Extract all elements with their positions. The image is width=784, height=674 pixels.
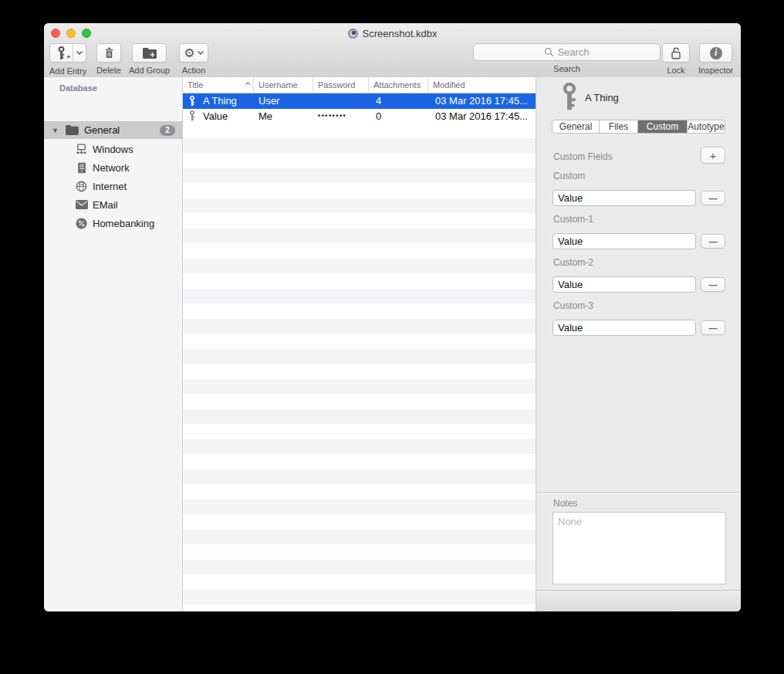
add-entry-label: Add Entry	[49, 66, 86, 76]
cell-attachments: 0	[369, 110, 428, 122]
tab-autotype[interactable]: Autotype	[688, 120, 725, 133]
entry-list: Title ^ Username Password Attachments Mo…	[183, 77, 536, 611]
list-stripes	[183, 138, 536, 611]
window-chrome: Screenshot.kdbx + Add Entry	[44, 23, 741, 78]
add-group-button[interactable]	[132, 43, 167, 63]
windows-icon	[75, 144, 88, 154]
sidebar-item-windows[interactable]: Windows	[44, 140, 182, 158]
custom-field-input[interactable]	[553, 190, 696, 206]
add-custom-field-button[interactable]: +	[701, 147, 725, 164]
homebanking-icon	[75, 218, 88, 229]
lock-label: Lock	[662, 66, 690, 75]
add-entry-button[interactable]: +	[50, 44, 73, 62]
email-icon	[75, 200, 88, 209]
key-icon	[188, 96, 196, 107]
notes-textarea[interactable]	[553, 512, 726, 584]
lock-open-icon	[671, 47, 681, 59]
lock-button[interactable]	[662, 43, 690, 63]
custom-fields-label: Custom Fields	[553, 151, 613, 162]
column-header-modified[interactable]: Modified	[428, 77, 536, 93]
entry-rows: A Thing User 4 03 Mar 2016 17:45... Valu…	[183, 93, 536, 124]
remove-field-button[interactable]: —	[701, 277, 725, 292]
sidebar-item-label: EMail	[93, 199, 118, 211]
custom-field-input[interactable]	[553, 233, 696, 249]
add-entry-dropdown[interactable]	[73, 44, 86, 62]
window-title-text: Screenshot.kdbx	[363, 28, 438, 39]
chevron-down-icon	[76, 51, 83, 55]
inspector-footer	[536, 590, 741, 611]
divider	[536, 492, 741, 493]
sidebar-item-internet[interactable]: Internet	[44, 177, 182, 195]
search-label: Search	[473, 64, 661, 73]
key-icon	[559, 83, 580, 111]
cell-title: A Thing	[203, 95, 237, 107]
folder-plus-icon	[143, 48, 157, 59]
disclosure-triangle-icon[interactable]: ▼	[52, 127, 58, 134]
search-group: Search Search	[473, 43, 661, 73]
search-icon	[544, 47, 554, 57]
field-label: Custom	[553, 171, 585, 181]
cell-title: Value	[203, 110, 228, 122]
delete-button[interactable]	[96, 43, 121, 63]
delete-group: Delete	[96, 43, 121, 75]
table-row[interactable]: A Thing User 4 03 Mar 2016 17:45...	[183, 93, 536, 109]
window-title: Screenshot.kdbx	[44, 27, 741, 40]
search-placeholder: Search	[557, 46, 589, 58]
column-header-username[interactable]: Username	[254, 77, 313, 93]
inspector-group: i Inspector	[698, 43, 733, 75]
remove-field-button[interactable]: —	[701, 320, 725, 335]
internet-icon	[75, 181, 88, 192]
list-header: Title ^ Username Password Attachments Mo…	[183, 77, 536, 93]
sidebar-item-network[interactable]: Network	[44, 158, 182, 177]
custom-field-input[interactable]	[553, 320, 696, 336]
field-label: Custom-2	[553, 257, 593, 268]
app-window: Screenshot.kdbx + Add Entry	[44, 23, 741, 611]
sidebar-item-label: Windows	[93, 144, 133, 155]
table-row[interactable]: Value Me •••••••• 0 03 Mar 2016 17:45...	[183, 109, 536, 124]
cell-modified: 03 Mar 2016 17:45...	[428, 95, 536, 107]
sidebar-item-homebanking[interactable]: Homebanking	[44, 214, 182, 232]
key-icon	[188, 110, 196, 121]
sidebar: Database ▼ General 2	[44, 77, 183, 611]
column-header-password[interactable]: Password	[313, 77, 369, 93]
remove-field-button[interactable]: —	[701, 234, 725, 249]
delete-label: Delete	[96, 66, 121, 75]
action-button[interactable]: ⚙	[179, 43, 208, 63]
tab-general[interactable]: General	[553, 120, 600, 133]
tab-custom[interactable]: Custom	[638, 120, 688, 133]
trash-icon	[103, 47, 115, 59]
sidebar-item-label: Network	[93, 162, 130, 174]
notes-label: Notes	[553, 498, 577, 509]
sidebar-group-general[interactable]: ▼ General 2	[44, 121, 182, 139]
lock-group: Lock	[662, 43, 690, 75]
sidebar-group-label: General	[84, 124, 120, 136]
field-label: Custom-1	[553, 214, 593, 225]
column-header-attachments[interactable]: Attachments	[369, 77, 428, 93]
search-input[interactable]: Search	[473, 43, 661, 61]
cell-username: User	[254, 95, 313, 107]
custom-field-input[interactable]	[553, 276, 696, 293]
document-icon	[348, 29, 358, 39]
inspector-tabs: General Files Custom Autotype	[552, 120, 725, 134]
action-label: Action	[179, 66, 208, 75]
cell-attachments: 4	[369, 95, 428, 107]
column-header-title[interactable]: Title ^	[183, 77, 254, 93]
tab-files[interactable]: Files	[600, 120, 638, 133]
cell-username: Me	[254, 110, 313, 122]
chevron-down-icon	[198, 51, 204, 55]
add-group-label: Add Group	[129, 66, 170, 75]
inspector-label: Inspector	[698, 66, 733, 75]
action-group: ⚙ Action	[179, 43, 208, 75]
remove-field-button[interactable]: —	[701, 191, 725, 205]
inspector-button[interactable]: i	[699, 43, 732, 63]
add-group-group: Add Group	[129, 43, 170, 75]
sidebar-item-label: Internet	[93, 181, 127, 192]
sidebar-item-label: Homebanking	[93, 218, 154, 229]
inspector-entry-title: A Thing	[585, 92, 619, 103]
sort-ascending-icon: ^	[245, 81, 250, 89]
main-content: Database ▼ General 2	[44, 77, 741, 611]
entry-count-badge: 2	[160, 125, 175, 136]
sidebar-item-email[interactable]: EMail	[44, 195, 182, 214]
add-entry-group: + Add Entry	[49, 43, 86, 76]
cell-modified: 03 Mar 2016 17:45...	[428, 110, 536, 122]
